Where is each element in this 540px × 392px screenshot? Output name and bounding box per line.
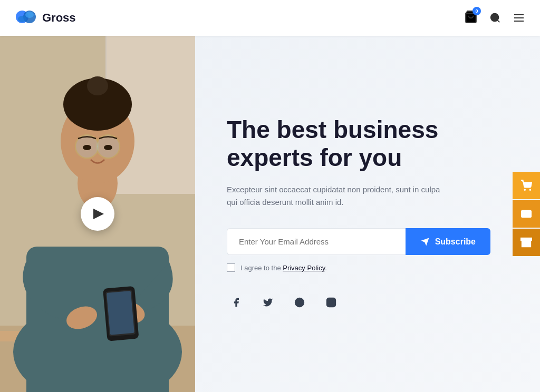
email-input[interactable] [227, 228, 406, 255]
search-button[interactable] [489, 12, 501, 24]
facebook-icon[interactable] [227, 293, 246, 312]
main-content: The best business experts for you Except… [0, 36, 540, 392]
play-icon [93, 209, 104, 219]
svg-line-6 [497, 20, 499, 22]
privacy-check-row: I agree to the Privacy Policy. [227, 263, 508, 272]
svg-point-28 [104, 145, 112, 150]
side-cart-icon [520, 180, 532, 191]
svg-point-21 [87, 76, 108, 95]
side-archive-icon [520, 237, 532, 248]
side-archive-button[interactable] [513, 229, 540, 256]
svg-point-37 [524, 189, 525, 190]
side-cart-button[interactable] [513, 172, 540, 199]
side-actions [513, 172, 540, 256]
logo-icon [15, 9, 37, 26]
cart-button[interactable]: 0 [464, 10, 478, 26]
play-button[interactable] [81, 197, 114, 231]
content-panel: The best business experts for you Except… [195, 36, 540, 392]
svg-point-3 [25, 12, 34, 18]
send-icon [420, 237, 430, 247]
image-panel [0, 36, 195, 392]
instagram-svg [326, 297, 336, 308]
email-form: Subscribe [227, 228, 490, 255]
side-wallet-icon [520, 208, 532, 220]
privacy-checkbox[interactable] [227, 263, 235, 272]
svg-point-5 [491, 14, 499, 22]
logo-text: Gross [42, 11, 76, 25]
hero-subtitle: Excepteur sint occaecat cupidatat non pr… [227, 183, 448, 210]
twitter-svg [263, 297, 273, 308]
social-icons [227, 293, 508, 312]
svg-rect-40 [521, 238, 532, 241]
twitter-icon[interactable] [258, 293, 277, 312]
svg-rect-33 [107, 291, 134, 335]
cart-badge: 0 [472, 7, 481, 15]
svg-rect-16 [26, 247, 169, 392]
search-icon [489, 12, 501, 24]
dribbble-icon[interactable] [290, 293, 309, 312]
svg-point-27 [83, 145, 91, 150]
privacy-policy-link[interactable]: Privacy Policy [283, 264, 325, 272]
instagram-icon[interactable] [322, 293, 341, 312]
header-right: 0 [464, 10, 525, 26]
menu-icon [513, 12, 525, 24]
dribbble-svg [294, 297, 305, 308]
logo-area: Gross [15, 9, 76, 26]
subscribe-label: Subscribe [435, 237, 476, 247]
facebook-svg [231, 297, 242, 308]
menu-button[interactable] [513, 12, 525, 24]
header: Gross 0 [0, 0, 540, 36]
side-wallet-button[interactable] [513, 200, 540, 228]
svg-point-2 [18, 16, 26, 22]
subscribe-button[interactable]: Subscribe [406, 228, 490, 255]
svg-rect-39 [522, 211, 531, 218]
svg-point-38 [529, 189, 531, 190]
privacy-text: I agree to the Privacy Policy. [240, 264, 327, 272]
hero-title: The best business experts for you [227, 116, 448, 172]
